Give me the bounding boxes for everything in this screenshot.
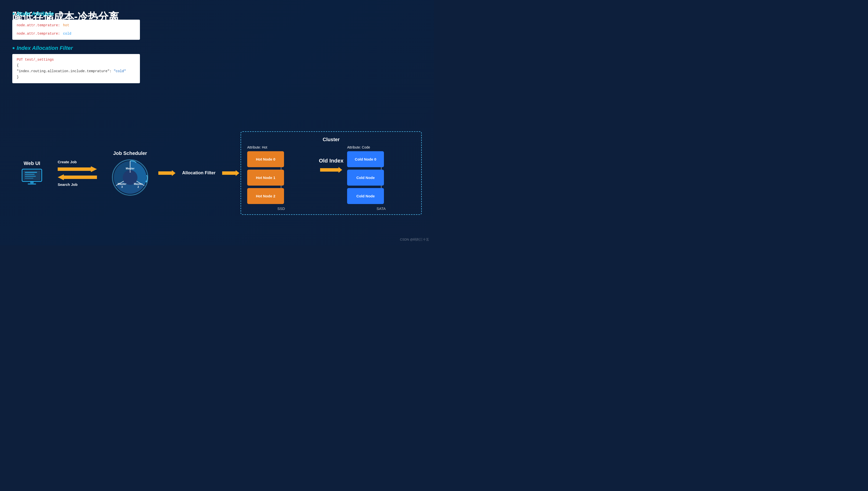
svg-marker-21 xyxy=(158,170,176,176)
connector-cold-12 xyxy=(381,185,382,188)
attribute-hot-label: Attribute: Hot xyxy=(247,145,315,149)
arrow-scheduler-to-alloc xyxy=(157,170,177,176)
left-panel: Node Attribute node.attr.temprature: hot… xyxy=(12,10,145,88)
svg-marker-22 xyxy=(222,170,239,176)
arrow-left-search xyxy=(58,174,97,181)
code1-val2: cold xyxy=(63,32,71,36)
svg-rect-2 xyxy=(25,172,37,173)
connector-cold-01 xyxy=(381,167,382,170)
code1-line1: node.attr.temprature: hot xyxy=(17,23,136,28)
code-block-2: PUT test/_settings { "index.routing.allo… xyxy=(12,54,140,83)
code2-line4: } xyxy=(17,75,136,80)
big-arrow-1 xyxy=(158,170,176,176)
watermark: CSDN @码到三十五 xyxy=(400,237,429,242)
svg-rect-4 xyxy=(25,176,36,177)
diagram-area: Web UI Create Job xyxy=(12,106,422,240)
cold-node-1: Cold Node xyxy=(347,170,384,185)
cluster-title: Cluster xyxy=(247,137,415,142)
code2-line3: "index.routing.allocation.include.tempra… xyxy=(17,68,136,75)
code2-val: "cold" xyxy=(114,69,126,73)
svg-text:1: 1 xyxy=(129,170,131,173)
code-block-1: node.attr.temprature: hot node.attr.temp… xyxy=(12,20,140,40)
hot-node-2: Hot Node 2 xyxy=(247,188,284,204)
code1-val1: hot xyxy=(63,23,69,27)
allocation-filter-section: Allocation Filter xyxy=(177,170,221,176)
search-job-label: Search Job xyxy=(58,182,78,186)
allocation-filter-label: Allocation Filter xyxy=(182,170,215,176)
code1-line2: node.attr.temprature: cold xyxy=(17,31,136,37)
hot-node-0: Hot Node 0 xyxy=(247,151,284,167)
svg-rect-6 xyxy=(30,181,34,183)
web-ui-section: Web UI xyxy=(12,161,52,186)
hot-node-1: Hot Node 1 xyxy=(247,170,284,185)
cold-nodes-section: Attribute: Code Cold Node 0 Cold Node Co… xyxy=(347,145,415,211)
code2-line2: { xyxy=(17,63,136,68)
monitor-icon xyxy=(21,169,43,186)
svg-text:Master: Master xyxy=(118,182,126,185)
svg-marker-9 xyxy=(58,174,97,180)
connector-hot-12 xyxy=(281,185,281,188)
index-filter-label: Index Allocation Filter xyxy=(12,44,145,52)
node-attribute-label: Node Attribute xyxy=(12,10,145,18)
svg-rect-5 xyxy=(25,178,33,179)
svg-rect-3 xyxy=(25,174,35,175)
job-scheduler-section: Job Scheduler Ma xyxy=(103,150,157,196)
job-scheduler-pie: Master 1 Master 2 Master 3 xyxy=(112,159,149,196)
old-index-section: Old Index xyxy=(319,145,343,173)
cluster-box: Cluster Attribute: Hot Hot Node 0 Hot No… xyxy=(241,131,422,215)
web-ui-label: Web UI xyxy=(24,161,40,166)
cold-node-0: Cold Node 0 xyxy=(347,151,384,167)
arrow-right-create xyxy=(58,166,97,173)
code2-key: "index.routing.allocation.include.tempra… xyxy=(17,69,112,73)
svg-rect-7 xyxy=(28,183,36,184)
svg-text:Master: Master xyxy=(126,167,134,170)
ssd-label: SSD xyxy=(247,206,315,211)
svg-text:Master: Master xyxy=(134,182,143,185)
arrow-alloc-to-cluster xyxy=(221,170,241,176)
big-arrow-2 xyxy=(222,170,239,176)
create-job-label: Create Job xyxy=(58,160,77,164)
svg-marker-8 xyxy=(58,166,97,172)
sata-label: SATA xyxy=(347,206,415,211)
code2-line1: PUT test/_settings xyxy=(17,57,136,63)
cluster-inner: Attribute: Hot Hot Node 0 Hot Node 1 Hot… xyxy=(247,145,415,211)
job-scheduler-label: Job Scheduler xyxy=(113,150,147,156)
old-index-label: Old Index xyxy=(319,157,343,164)
svg-marker-23 xyxy=(320,167,342,173)
code1-prefix2: node.attr.temprature: xyxy=(17,32,60,36)
attribute-cold-label: Attribute: Code xyxy=(347,145,415,149)
hot-nodes-section: Attribute: Hot Hot Node 0 Hot Node 1 Hot… xyxy=(247,145,315,211)
code1-prefix1: node.attr.temprature: xyxy=(17,23,60,27)
svg-text:2: 2 xyxy=(138,185,139,188)
arrows-web-to-scheduler: Create Job Search Job xyxy=(53,160,102,186)
connector-hot-01 xyxy=(281,167,281,170)
old-index-arrow xyxy=(320,167,342,173)
slide: 降低存储成本-冷热分离 Node Attribute node.attr.tem… xyxy=(0,0,434,246)
svg-text:3: 3 xyxy=(121,185,123,188)
cold-node-2: Cold Node xyxy=(347,188,384,204)
